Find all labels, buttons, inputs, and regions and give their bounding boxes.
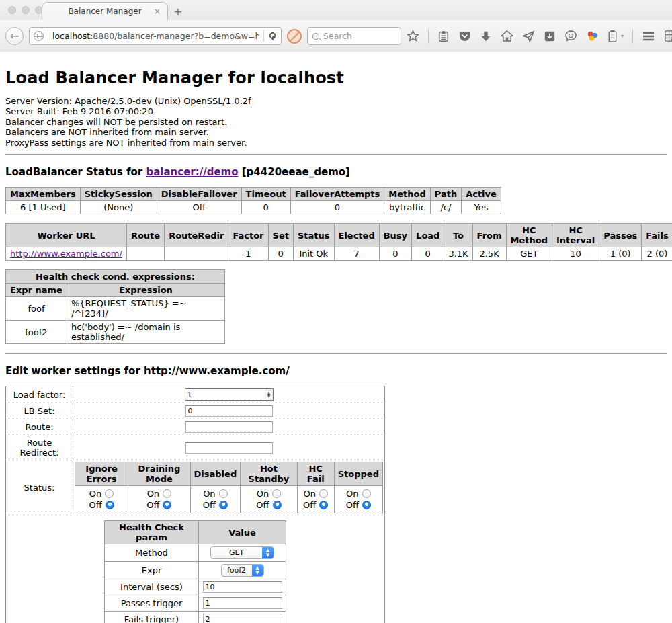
search-icon <box>312 33 319 40</box>
disabled-off-radio[interactable] <box>219 501 228 509</box>
on-label: On <box>89 488 101 499</box>
toolbar-icons: ▾ <box>407 29 672 44</box>
hc-row-method: Method GET▲▼ <box>105 544 286 562</box>
column-header: FailoverAttempts <box>290 188 384 201</box>
reload-icon[interactable]: ⟳ <box>267 32 279 40</box>
divider <box>5 353 667 354</box>
menu-hamburger-icon[interactable] <box>642 30 655 42</box>
feedback-smiley-icon[interactable] <box>564 30 577 42</box>
expr-select[interactable]: foof2▲▼ <box>221 564 264 577</box>
cell-expression: %{REQUEST_STATUS} =~ /^[234]/ <box>67 297 224 321</box>
ignore-errors-on-radio[interactable] <box>105 489 114 498</box>
balancer-demo-link[interactable]: balancer://demo <box>146 166 238 178</box>
status-label: Status: <box>6 460 73 515</box>
fails-label: Fails trigger) <box>105 612 199 623</box>
url-separator <box>48 30 48 42</box>
column-header: Expr name <box>6 284 67 297</box>
cell-route <box>126 247 164 261</box>
toolbar-separator <box>428 29 429 44</box>
chevron-down-icon[interactable]: ▾ <box>621 33 624 39</box>
browser-window: Balancer Manager × + ← localhost:8880/ba… <box>0 0 672 623</box>
draining-mode-on-radio[interactable] <box>163 489 171 498</box>
grid-extension-icon[interactable] <box>664 30 672 42</box>
history-clipboard-icon[interactable] <box>437 30 450 42</box>
fails-input[interactable] <box>203 614 282 623</box>
back-button[interactable]: ← <box>5 27 24 45</box>
column-header: HC Method <box>506 224 552 247</box>
interval-label: Interval (secs) <box>105 579 199 595</box>
status-heading-prefix: LoadBalancer Status for <box>5 166 146 178</box>
column-header: Path <box>430 188 461 201</box>
disabled-on-radio[interactable] <box>219 489 228 498</box>
status-heading-suffix: [p4420eeae_demo] <box>239 166 350 178</box>
off-label: Off <box>256 499 269 511</box>
tab-balancer-manager[interactable]: Balancer Manager × <box>42 2 168 20</box>
draining-mode-off-radio[interactable] <box>163 501 171 509</box>
hot-standby-on-radio[interactable] <box>272 489 281 498</box>
column-header: Fails <box>642 224 672 247</box>
form-row-lb-set: LB Set: <box>6 403 385 419</box>
hot-standby-off-radio[interactable] <box>273 501 282 509</box>
tab-close-icon[interactable]: × <box>154 7 161 15</box>
column-header: Passes <box>599 224 642 247</box>
hc-fail-off-radio[interactable] <box>319 501 328 509</box>
pocket-icon[interactable] <box>458 30 471 42</box>
column-header: Factor <box>228 224 268 247</box>
content-blocker-icon[interactable] <box>287 29 302 44</box>
number-stepper-icon[interactable]: ▲▼ <box>265 389 273 400</box>
route-field-cell <box>73 419 385 435</box>
interval-input[interactable] <box>203 581 282 593</box>
column-header: Busy <box>379 224 411 247</box>
column-header: StickySession <box>80 188 157 201</box>
window-controls[interactable] <box>8 6 43 14</box>
passes-input[interactable] <box>203 597 282 609</box>
lb-set-field-cell <box>73 403 385 419</box>
save-page-icon[interactable] <box>544 30 556 42</box>
url-bar[interactable]: localhost:8880/balancer-manager?b=demo&w… <box>29 27 282 45</box>
stopped-off-radio[interactable] <box>362 501 371 509</box>
method-select[interactable]: GET▲▼ <box>210 546 274 559</box>
colored-dots-extension-icon[interactable] <box>586 30 599 42</box>
bookmark-star-icon[interactable] <box>407 30 419 42</box>
cell-fails: 2 (0) <box>642 247 672 261</box>
toolbar-separator <box>632 29 633 44</box>
worker-url-link[interactable]: http://www.example.com/ <box>10 249 122 259</box>
form-row-load-factor: Load factor: 1 ▲▼ <box>6 386 385 403</box>
cell-from: 2.5K <box>472 247 506 261</box>
downloads-icon[interactable] <box>480 30 492 42</box>
cell-set: 0 <box>268 247 293 261</box>
route-redirect-input[interactable] <box>185 442 273 454</box>
cell-timeout: 0 <box>241 201 290 214</box>
route-input[interactable] <box>185 421 273 433</box>
health-check-cell: Health Check param Value Method GET▲▼ Ex… <box>6 515 385 623</box>
send-to-device-icon[interactable] <box>522 30 535 42</box>
cell-path: /c/ <box>430 201 461 214</box>
proxypass-notice-line: ProxyPass settings are NOT inherited fro… <box>5 138 667 148</box>
cell-worker-url: http://www.example.com/ <box>6 247 127 261</box>
search-bar[interactable]: Search <box>307 27 401 45</box>
hc-row-expr: Expr foof2▲▼ <box>105 562 286 579</box>
new-tab-button[interactable]: + <box>168 3 188 20</box>
home-icon[interactable] <box>501 30 513 42</box>
minimize-window-button[interactable] <box>22 6 30 14</box>
cell-status: Init Ok <box>293 247 334 261</box>
ignore-errors-off-radio[interactable] <box>106 501 114 509</box>
edit-worker-settings-heading: Edit worker settings for http://www.exam… <box>5 365 667 377</box>
method-label: Method <box>105 544 199 562</box>
stopped-on-radio[interactable] <box>362 489 371 498</box>
battery-extension-icon[interactable] <box>607 30 618 42</box>
back-arrow-icon: ← <box>10 30 19 42</box>
load-factor-input[interactable]: 1 ▲▼ <box>185 388 274 401</box>
cell-passes: 1 (0) <box>599 247 642 261</box>
off-label: Off <box>146 499 159 511</box>
lb-set-input[interactable] <box>185 405 273 417</box>
hc-fail-on-radio[interactable] <box>319 489 328 498</box>
method-cell: GET▲▼ <box>199 544 286 562</box>
cell-method: bytraffic <box>384 201 430 214</box>
form-row-status: Status: Ignore Errors Draining Mode Disa… <box>6 460 385 515</box>
search-placeholder: Search <box>323 31 352 41</box>
worker-row: http://www.example.com/ 1 0 Init Ok 7 0 … <box>6 247 672 261</box>
close-window-button[interactable] <box>8 6 16 14</box>
url-text[interactable]: localhost:8880/balancer-manager?b=demo&w… <box>52 31 259 41</box>
cell-expression: hc('body') =~ /domain is established/ <box>67 321 224 344</box>
